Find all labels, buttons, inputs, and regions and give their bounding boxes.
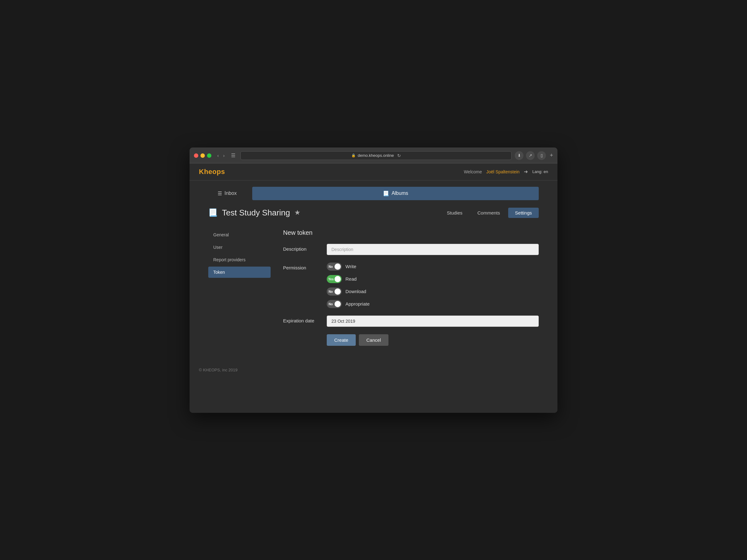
appropriate-toggle-knob: [335, 301, 341, 307]
browser-actions: ⬇ ↗ ▯: [515, 151, 546, 160]
minimize-button[interactable]: [201, 153, 205, 158]
study-icon: 📃: [208, 208, 217, 217]
albums-icon: 📃: [383, 190, 389, 197]
url-text: demo.kheops.online: [358, 153, 394, 158]
description-group: Description: [283, 244, 539, 255]
permission-group: Permission No Write: [283, 262, 539, 308]
albums-label: Albums: [392, 190, 408, 196]
app-container: Kheops Welcome Joël Spaltenstein ➜ Lang:…: [189, 163, 558, 413]
read-toggle[interactable]: Yes: [327, 275, 342, 283]
brand-logo: Kheops: [199, 168, 225, 176]
tab-inbox[interactable]: ☰ Inbox: [208, 187, 246, 200]
permission-label: Permission: [283, 262, 327, 270]
lock-icon: 🔒: [351, 153, 356, 157]
tab-studies[interactable]: Studies: [440, 208, 469, 218]
nav-arrows: ‹ ›: [216, 152, 226, 159]
panel-title: New token: [283, 229, 539, 236]
refresh-button[interactable]: ↻: [397, 153, 401, 158]
settings-sidebar: General User Report providers Token: [208, 229, 271, 346]
permission-row-read: Yes Read: [327, 275, 370, 283]
tab-settings[interactable]: Settings: [508, 208, 539, 218]
write-label: Write: [345, 264, 356, 269]
sidebar-item-user[interactable]: User: [208, 241, 271, 253]
star-icon[interactable]: ★: [294, 209, 301, 217]
lang-selector[interactable]: Lang: en: [532, 169, 548, 174]
forward-button[interactable]: ›: [222, 152, 226, 159]
tab-comments[interactable]: Comments: [470, 208, 507, 218]
sidebar-item-token[interactable]: Token: [208, 266, 271, 278]
nav-right: Welcome Joël Spaltenstein ➜ Lang: en: [464, 169, 548, 175]
read-toggle-knob: [335, 276, 341, 282]
close-button[interactable]: [194, 153, 198, 158]
write-toggle-knob: [335, 263, 341, 270]
appropriate-toggle[interactable]: No: [327, 300, 342, 308]
browser-chrome: ‹ › ☰ 🔒 demo.kheops.online ↻ ⬇ ↗ ▯ +: [189, 148, 558, 163]
download-toggle-knob: [335, 288, 341, 295]
create-button[interactable]: Create: [327, 334, 356, 346]
address-bar[interactable]: 🔒 demo.kheops.online ↻: [240, 151, 512, 160]
copyright-text: © KHEOPS, inc 2019: [199, 367, 237, 372]
permission-row-download: No Download: [327, 287, 370, 296]
inbox-icon: ☰: [217, 190, 222, 197]
description-label: Description: [283, 244, 327, 252]
top-nav: Kheops Welcome Joël Spaltenstein ➜ Lang:…: [189, 163, 558, 181]
traffic-lights: [194, 153, 211, 158]
share-action-button[interactable]: ↗: [526, 151, 535, 160]
download-label: Download: [345, 289, 366, 294]
main-content: ☰ Inbox 📃 Albums 📃 Test Study Sharing ★ …: [189, 181, 558, 358]
download-toggle[interactable]: No: [327, 287, 342, 296]
study-title: Test Study Sharing: [222, 208, 290, 218]
study-tabs: Studies Comments Settings: [440, 208, 539, 218]
maximize-button[interactable]: [207, 153, 211, 158]
write-toggle-label: No: [329, 265, 333, 268]
sidebar-item-report-providers[interactable]: Report providers: [208, 254, 271, 265]
read-label: Read: [345, 276, 357, 282]
download-toggle-label: No: [329, 290, 333, 293]
logout-icon[interactable]: ➜: [524, 169, 528, 175]
appropriate-label: Appropriate: [345, 301, 370, 306]
browser-window: ‹ › ☰ 🔒 demo.kheops.online ↻ ⬇ ↗ ▯ + Khe…: [189, 148, 558, 413]
expiration-label: Expiration date: [283, 315, 327, 323]
tab-bar: ☰ Inbox 📃 Albums: [208, 187, 539, 200]
permission-toggles: No Write Yes Rea: [327, 262, 370, 308]
welcome-text: Welcome: [464, 169, 482, 174]
content-layout: General User Report providers Token New …: [208, 229, 539, 346]
study-header: 📃 Test Study Sharing ★ Studies Comments …: [208, 208, 539, 221]
sidebar-toggle-icon[interactable]: ☰: [229, 152, 237, 159]
back-button[interactable]: ‹: [216, 152, 221, 159]
main-panel: New token Description Permission: [271, 229, 539, 346]
read-toggle-label: Yes: [328, 277, 334, 281]
tab-albums[interactable]: 📃 Albums: [252, 187, 539, 200]
write-toggle[interactable]: No: [327, 262, 342, 271]
expiration-date-input[interactable]: [327, 315, 539, 327]
app-footer: © KHEOPS, inc 2019: [189, 358, 558, 379]
sidebar-item-general[interactable]: General: [208, 229, 271, 240]
new-tab-button[interactable]: +: [550, 152, 553, 159]
cancel-button[interactable]: Cancel: [359, 334, 388, 346]
button-row: Create Cancel: [327, 334, 539, 346]
permission-row-appropriate: No Appropriate: [327, 300, 370, 308]
appropriate-toggle-label: No: [329, 302, 333, 306]
description-input[interactable]: [327, 244, 539, 255]
split-view-button[interactable]: ▯: [537, 151, 546, 160]
permission-row-write: No Write: [327, 262, 370, 271]
study-title-area: 📃 Test Study Sharing ★: [208, 208, 301, 218]
download-action-button[interactable]: ⬇: [515, 151, 523, 160]
user-name-link[interactable]: Joël Spaltenstein: [486, 169, 520, 174]
expiration-group: Expiration date: [283, 315, 539, 327]
inbox-label: Inbox: [225, 190, 237, 196]
